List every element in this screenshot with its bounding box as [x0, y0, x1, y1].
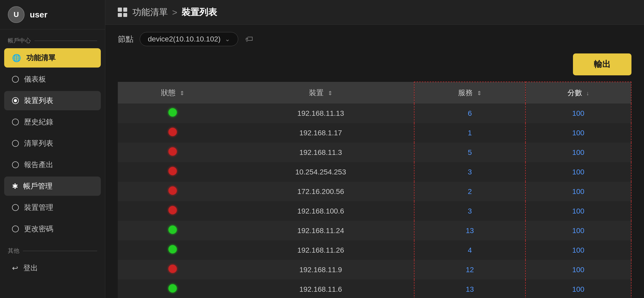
table-row: 192.168.1.171100: [118, 123, 631, 143]
cell-score[interactable]: 100: [525, 162, 631, 182]
sidebar-item-account-mgmt[interactable]: ✱ 帳戶管理: [4, 177, 101, 196]
cell-score[interactable]: 100: [525, 279, 631, 298]
score-link[interactable]: 100: [572, 207, 584, 215]
score-link[interactable]: 100: [572, 129, 584, 137]
cell-service[interactable]: 12: [414, 260, 525, 279]
cell-device: 192.168.11.6: [227, 279, 414, 298]
radio-icon: [12, 140, 19, 147]
offline-status-dot: [168, 206, 177, 214]
cell-service[interactable]: 3: [414, 201, 525, 221]
col-header-device[interactable]: 裝置 ⇕: [227, 82, 414, 104]
breadcrumb-menu: 功能清單: [132, 6, 168, 18]
cell-status: [118, 240, 227, 260]
cell-service[interactable]: 3: [414, 162, 525, 182]
score-link[interactable]: 100: [572, 227, 584, 235]
breadcrumb-current: 裝置列表: [182, 6, 217, 18]
score-link[interactable]: 100: [572, 109, 584, 117]
table-row: 192.168.11.613100: [118, 279, 631, 298]
service-link[interactable]: 13: [466, 227, 474, 235]
sidebar-item-label: 報告產出: [24, 160, 53, 170]
service-link[interactable]: 12: [466, 266, 474, 274]
col-header-status[interactable]: 狀態 ⇕: [118, 82, 227, 104]
table-row: 192.168.11.912100: [118, 260, 631, 279]
tag-icon[interactable]: 🏷: [244, 34, 254, 44]
cell-score[interactable]: 100: [525, 182, 631, 201]
service-link[interactable]: 4: [468, 246, 472, 254]
sidebar-item-label: 功能清單: [26, 53, 56, 63]
cell-service[interactable]: 5: [414, 143, 525, 162]
sidebar-header: U user: [0, 0, 105, 29]
cell-service[interactable]: 13: [414, 221, 525, 240]
sidebar-item-device-list[interactable]: 裝置列表: [4, 91, 101, 110]
score-link[interactable]: 100: [572, 266, 584, 274]
sidebar-item-device-mgmt[interactable]: 裝置管理: [4, 198, 101, 217]
cell-status: [118, 279, 227, 298]
sidebar-item-report[interactable]: 報告產出: [4, 155, 101, 174]
filter-row: 節點 device2(10.10.10.102) ⌄ 🏷: [105, 25, 644, 53]
table-row: 192.168.11.35100: [118, 143, 631, 162]
cell-score[interactable]: 100: [525, 240, 631, 260]
cell-score[interactable]: 100: [525, 201, 631, 221]
cell-service[interactable]: 2: [414, 182, 525, 201]
sort-icon-service: ⇕: [477, 90, 482, 96]
cell-service[interactable]: 1: [414, 123, 525, 143]
score-link[interactable]: 100: [572, 246, 584, 254]
sidebar-item-logout[interactable]: ↩ 登出: [4, 258, 101, 278]
sidebar-item-feature-list[interactable]: 🌐 功能清單: [4, 48, 101, 68]
cell-device: 192.168.1.17: [227, 123, 414, 143]
sidebar-item-label: 歷史紀錄: [24, 117, 53, 127]
radio-icon: [12, 226, 19, 232]
cell-status: [118, 221, 227, 240]
export-area: 輸出: [105, 53, 644, 82]
score-link[interactable]: 100: [572, 168, 584, 176]
sidebar-item-label: 登出: [23, 263, 38, 273]
radio-icon: [12, 97, 19, 104]
cell-score[interactable]: 100: [525, 260, 631, 279]
score-link[interactable]: 100: [572, 285, 584, 293]
table-row: 192.168.100.63100: [118, 201, 631, 221]
sidebar-item-label: 裝置列表: [24, 96, 53, 106]
cell-score[interactable]: 100: [525, 123, 631, 143]
breadcrumb-separator: >: [172, 7, 177, 17]
sidebar: U user 帳戶中心 🌐 功能清單 儀表板 裝置列表 歷史紀錄 清單列表 報告…: [0, 0, 105, 298]
sort-icon-device: ⇕: [328, 90, 332, 96]
cell-service[interactable]: 13: [414, 279, 525, 298]
sidebar-item-change-password[interactable]: 更改密碼: [4, 219, 101, 239]
offline-status-dot: [168, 186, 177, 195]
table-container: 狀態 ⇕ 裝置 ⇕ 服務 ⇕ 分數 ↓: [105, 82, 644, 298]
sidebar-item-history[interactable]: 歷史紀錄: [4, 112, 101, 132]
service-link[interactable]: 2: [468, 187, 472, 196]
score-link[interactable]: 100: [572, 187, 584, 196]
cell-status: [118, 143, 227, 162]
topbar: 功能清單 > 裝置列表: [105, 0, 644, 25]
sidebar-item-checklist[interactable]: 清單列表: [4, 134, 101, 153]
cell-service[interactable]: 4: [414, 240, 525, 260]
online-status-dot: [168, 226, 177, 234]
offline-status-dot: [168, 128, 177, 136]
service-link[interactable]: 3: [468, 207, 472, 215]
service-link[interactable]: 6: [468, 109, 472, 117]
online-status-dot: [168, 284, 177, 293]
export-button[interactable]: 輸出: [573, 53, 631, 75]
service-link[interactable]: 13: [466, 285, 474, 293]
col-header-score[interactable]: 分數 ↓: [525, 82, 631, 104]
cell-score[interactable]: 100: [525, 143, 631, 162]
service-link[interactable]: 1: [468, 129, 472, 137]
cell-score[interactable]: 100: [525, 104, 631, 123]
service-link[interactable]: 5: [468, 148, 472, 156]
cell-score[interactable]: 100: [525, 221, 631, 240]
cell-device: 192.168.11.26: [227, 240, 414, 260]
main-content: 功能清單 > 裝置列表 節點 device2(10.10.10.102) ⌄ 🏷…: [105, 0, 644, 298]
logout-icon: ↩: [12, 264, 18, 272]
score-link[interactable]: 100: [572, 148, 584, 156]
cell-device: 192.168.11.3: [227, 143, 414, 162]
sidebar-item-dashboard[interactable]: 儀表板: [4, 70, 101, 89]
globe-icon: 🌐: [12, 54, 21, 62]
cell-service[interactable]: 6: [414, 104, 525, 123]
service-link[interactable]: 3: [468, 168, 472, 176]
radio-icon: [12, 76, 19, 83]
node-select[interactable]: device2(10.10.10.102) ⌄: [140, 32, 238, 46]
sidebar-item-label: 清單列表: [24, 138, 53, 148]
cell-device: 192.168.11.9: [227, 260, 414, 279]
col-header-service[interactable]: 服務 ⇕: [414, 82, 525, 104]
